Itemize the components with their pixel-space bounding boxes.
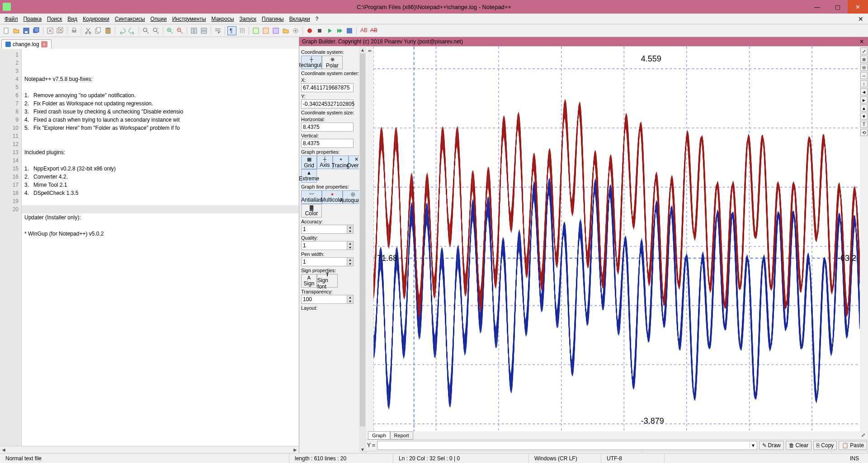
copy-button[interactable]: ⎘Copy xyxy=(813,441,837,450)
lang-pref-icon[interactable] xyxy=(251,26,260,35)
scroll-left-icon[interactable]: ◄ xyxy=(0,446,7,453)
new-file-icon[interactable] xyxy=(2,26,11,35)
code-editor[interactable]: Notepad++ v7.5.8 bug-fixes: 1. Remove an… xyxy=(22,49,299,446)
nav-left-icon[interactable]: ↞ xyxy=(368,48,372,54)
menubar-close-x[interactable]: ✕ xyxy=(855,15,866,23)
menu-search[interactable]: Поиск xyxy=(44,14,65,24)
close-button[interactable]: ✕ xyxy=(848,0,868,14)
editor-hscrollbar[interactable]: ◄ ► xyxy=(0,446,299,453)
rectangular-button[interactable]: ┼Rectangular xyxy=(301,56,322,69)
menu-encoding[interactable]: Кодировки xyxy=(80,14,112,24)
show-all-chars-icon[interactable]: ¶ xyxy=(227,26,236,35)
redo-icon[interactable] xyxy=(127,26,137,35)
zoom-in-icon[interactable] xyxy=(165,26,175,35)
vert-input[interactable]: 8.4375 xyxy=(301,139,354,148)
doc-map-icon[interactable] xyxy=(261,26,270,35)
zoom-fit-icon[interactable]: ⤢ xyxy=(860,47,868,55)
sb-encoding[interactable]: UTF-8 xyxy=(601,454,665,463)
color-button[interactable]: ▓Color xyxy=(301,204,322,217)
tab-report[interactable]: Report xyxy=(390,431,413,439)
paste-button[interactable]: 📋Paste xyxy=(839,441,867,450)
menu-macros[interactable]: Макросы xyxy=(209,14,237,24)
pan-up-icon[interactable]: ▲ xyxy=(860,104,868,112)
center-y-input[interactable]: -0.340245327102805 xyxy=(301,99,354,109)
sync-v-icon[interactable] xyxy=(189,26,198,35)
transparency-input[interactable]: 100▲▼ xyxy=(301,295,354,304)
menu-view[interactable]: Вид xyxy=(65,14,80,24)
find-icon[interactable] xyxy=(142,26,151,35)
pan-left-icon[interactable]: ◄ xyxy=(860,88,868,95)
graph-panel-close-icon[interactable]: ✕ xyxy=(858,38,865,45)
spellcheck2-icon[interactable]: ABC xyxy=(369,26,378,35)
graph-canvas[interactable]: 71.68-63.24.559-3.879 xyxy=(373,47,860,431)
props-scrollbar[interactable]: ▴▾ xyxy=(359,46,366,453)
copy-icon[interactable] xyxy=(94,26,103,35)
play-macro-icon[interactable] xyxy=(325,26,334,35)
pan-down-icon[interactable]: ▼ xyxy=(860,113,868,120)
penwidth-input[interactable]: 1▲▼ xyxy=(301,257,354,266)
sign-button[interactable]: ASign xyxy=(301,274,317,288)
paste-icon[interactable] xyxy=(104,26,113,35)
close-file-icon[interactable] xyxy=(46,26,55,35)
save-all-icon[interactable] xyxy=(32,26,41,35)
tracing-button[interactable]: ⌖Tracing xyxy=(333,156,349,169)
cut-icon[interactable] xyxy=(84,26,93,35)
menu-tabs[interactable]: Вкладки xyxy=(287,14,313,24)
zoom-in-graph-icon[interactable]: ⊕ xyxy=(860,56,868,63)
tab-close-icon[interactable]: × xyxy=(41,41,47,47)
stop-macro-icon[interactable] xyxy=(315,26,324,35)
zoom-out-graph-icon[interactable]: ⊖ xyxy=(860,64,868,71)
menu-file[interactable]: Файл xyxy=(2,14,21,24)
sb-ins[interactable]: INS xyxy=(665,454,868,463)
clear-button[interactable]: 🗑Clear xyxy=(786,441,812,450)
menu-tools[interactable]: Инструменты xyxy=(170,14,209,24)
text-tool-icon[interactable]: T xyxy=(860,121,868,128)
antialias-button[interactable]: 〰Antialias xyxy=(301,190,322,204)
close-all-icon[interactable] xyxy=(56,26,65,35)
func-list-icon[interactable] xyxy=(271,26,280,35)
draw-button[interactable]: ✎Draw xyxy=(759,441,784,450)
sync-h-icon[interactable] xyxy=(199,26,208,35)
zoom-out-icon[interactable] xyxy=(175,26,184,35)
menu-options[interactable]: Опции xyxy=(148,14,170,24)
sb-eol[interactable]: Windows (CR LF) xyxy=(529,454,601,463)
save-file-icon[interactable] xyxy=(22,26,31,35)
accuracy-input[interactable]: 1▲▼ xyxy=(301,225,354,234)
indent-guide-icon[interactable] xyxy=(237,26,246,35)
center-x-input[interactable]: 67.4611719687875 xyxy=(301,83,354,92)
extreme-button[interactable]: ▲Extreme xyxy=(301,169,317,183)
menu-help[interactable]: ? xyxy=(313,14,321,24)
scroll-right-icon[interactable]: ► xyxy=(292,446,299,453)
minimize-button[interactable]: — xyxy=(807,0,827,14)
quality-input[interactable]: 1▲▼ xyxy=(301,241,354,250)
menu-edit[interactable]: Правка xyxy=(21,14,45,24)
tab-graph[interactable]: Graph xyxy=(368,431,390,439)
pan-right-icon[interactable]: ► xyxy=(860,96,868,104)
print-icon[interactable] xyxy=(70,26,79,35)
spellcheck-icon[interactable]: ABC xyxy=(359,26,368,35)
folder-workspace-icon[interactable] xyxy=(281,26,290,35)
axis-button[interactable]: ┼Axis xyxy=(317,156,333,169)
zoom-h-icon[interactable]: ↔ xyxy=(860,72,868,79)
formula-combo[interactable]: ▾ xyxy=(377,441,757,450)
zoom-v-icon[interactable]: ↕ xyxy=(860,80,868,87)
record-macro-icon[interactable] xyxy=(305,26,314,35)
undo-icon[interactable] xyxy=(118,26,127,35)
signfont-button[interactable]: TSign font xyxy=(317,274,338,288)
graph-expand-icon[interactable]: ⤢ xyxy=(859,431,868,439)
menu-plugins[interactable]: Плагины xyxy=(259,14,287,24)
horiz-input[interactable]: 8.4375 xyxy=(301,123,354,132)
monitoring-icon[interactable] xyxy=(291,26,300,35)
polar-button[interactable]: ⊕Polar xyxy=(322,56,343,69)
reset-icon[interactable]: ⟲ xyxy=(860,129,868,136)
grid-button[interactable]: ▦Grid xyxy=(301,156,317,169)
play-multi-icon[interactable] xyxy=(335,26,344,35)
wordwrap-icon[interactable] xyxy=(213,26,222,35)
file-tab-changelog[interactable]: change.log × xyxy=(1,39,52,49)
replace-icon[interactable] xyxy=(151,26,160,35)
menu-run[interactable]: Запуск xyxy=(237,14,259,24)
maximize-button[interactable]: ▢ xyxy=(827,0,848,14)
save-macro-icon[interactable] xyxy=(345,26,354,35)
menu-syntax[interactable]: Синтаксисы xyxy=(112,14,148,24)
open-file-icon[interactable] xyxy=(12,26,21,35)
